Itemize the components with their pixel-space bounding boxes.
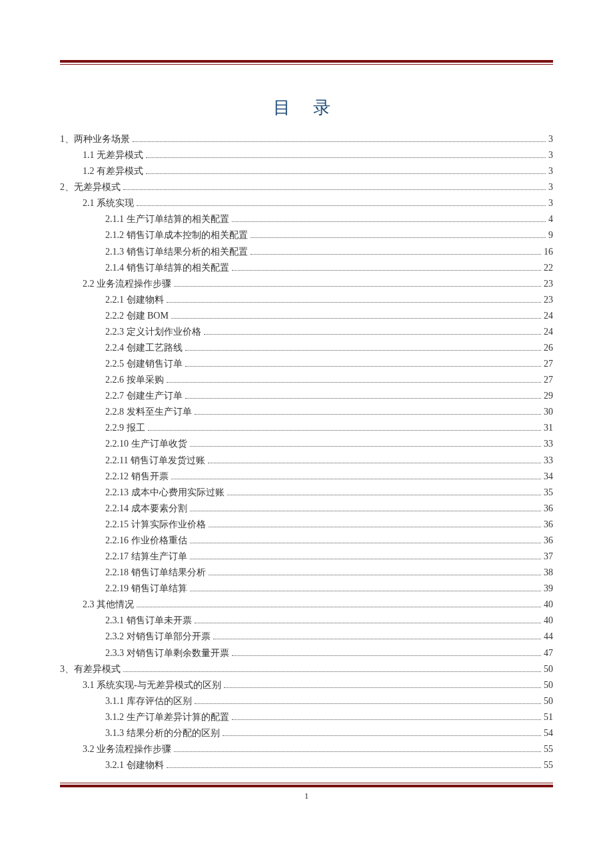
toc-leader-dots	[123, 663, 541, 672]
toc-entry-page: 24	[544, 308, 553, 324]
toc-leader-dots	[251, 245, 542, 255]
toc-entry[interactable]: 2.2.9 报工31	[60, 420, 553, 436]
toc-leader-dots	[213, 631, 542, 640]
toc-entry[interactable]: 2.2.14 成本要素分割36	[60, 501, 553, 517]
toc-entry-page: 47	[544, 645, 553, 661]
toc-entry[interactable]: 2.1.1 生产订单结算的相关配置4	[60, 211, 553, 227]
toc-leader-dots	[223, 727, 542, 736]
toc-entry[interactable]: 2.1.2 销售订单成本控制的相关配置9	[60, 227, 553, 243]
toc-leader-dots	[190, 534, 542, 543]
toc-entry-page: 27	[544, 356, 553, 372]
toc-entry-page: 3	[548, 195, 553, 211]
toc-entry[interactable]: 3.1.1 库存评估的区别50	[60, 693, 553, 709]
toc-entry[interactable]: 2.2.3 定义计划作业价格24	[60, 324, 553, 340]
toc-entry[interactable]: 2.2.13 成本中心费用实际过账35	[60, 485, 553, 501]
toc-entry[interactable]: 2.2 业务流程操作步骤23	[60, 276, 553, 292]
toc-leader-dots	[148, 422, 542, 431]
toc-entry[interactable]: 2.2.19 销售订单结算39	[60, 581, 553, 597]
toc-leader-dots	[224, 679, 541, 688]
toc-entry-page: 35	[544, 485, 553, 501]
toc-leader-dots	[167, 759, 542, 768]
toc-entry-label: 3.2.1 创建物料	[105, 757, 164, 773]
toc-entry-label: 2.2.2 创建 BOM	[105, 308, 169, 324]
toc-leader-dots	[133, 133, 546, 142]
toc-leader-dots	[171, 309, 541, 319]
toc-entry[interactable]: 3.2 业务流程操作步骤55	[60, 741, 553, 757]
toc-entry-label: 2.2.3 定义计划作业价格	[105, 324, 201, 340]
toc-entry-label: 2.1 系统实现	[83, 195, 134, 211]
toc-entry[interactable]: 3、有差异模式50	[60, 661, 553, 677]
toc-entry-label: 1、两种业务场景	[60, 131, 130, 147]
toc-entry-page: 50	[544, 661, 553, 677]
toc-entry[interactable]: 2.2.17 结算生产订单37	[60, 549, 553, 565]
toc-entry-page: 23	[544, 276, 553, 292]
toc-entry-label: 2.2.11 销售订单发货过账	[105, 453, 205, 469]
toc-entry[interactable]: 2.2.1 创建物料23	[60, 292, 553, 308]
toc-entry-label: 3.1.3 结果分析的分配的区别	[105, 725, 220, 741]
toc-entry-label: 2.2 业务流程操作步骤	[83, 276, 171, 292]
toc-leader-dots	[146, 149, 546, 158]
toc-entry[interactable]: 1.2 有差异模式3	[60, 163, 553, 179]
toc-entry-label: 3.1.2 生产订单差异计算的配置	[105, 709, 229, 725]
toc-entry[interactable]: 2.3 其他情况40	[60, 597, 553, 613]
toc-entry-page: 54	[544, 725, 553, 741]
toc-entry-page: 31	[544, 420, 553, 436]
toc-entry[interactable]: 2.2.6 按单采购27	[60, 372, 553, 388]
toc-leader-dots	[185, 358, 542, 367]
toc-leader-dots	[232, 213, 546, 223]
toc-entry[interactable]: 2.2.12 销售开票34	[60, 469, 553, 485]
toc-entry[interactable]: 1.1 无差异模式3	[60, 147, 553, 163]
toc-entry[interactable]: 3.1.2 生产订单差异计算的配置51	[60, 709, 553, 725]
toc-entry[interactable]: 2.3.2 对销售订单部分开票44	[60, 629, 553, 645]
toc-entry[interactable]: 2.2.18 销售订单结果分析38	[60, 565, 553, 581]
toc-entry[interactable]: 2.2.2 创建 BOM24	[60, 308, 553, 324]
toc-leader-dots	[190, 550, 542, 559]
toc-entry[interactable]: 2.3.1 销售订单未开票40	[60, 613, 553, 629]
toc-entry[interactable]: 2.1.4 销售订单结算的相关配置22	[60, 260, 553, 276]
toc-leader-dots	[209, 518, 542, 527]
toc-entry[interactable]: 2.2.15 计算实际作业价格36	[60, 517, 553, 533]
toc-entry-label: 2.3.2 对销售订单部分开票	[105, 629, 211, 645]
toc-entry-page: 3	[548, 179, 553, 195]
toc-entry[interactable]: 2.2.8 发料至生产订单30	[60, 404, 553, 420]
toc-entry-label: 3.2 业务流程操作步骤	[83, 741, 171, 757]
toc-entry[interactable]: 2.2.10 生产订单收货33	[60, 436, 553, 452]
toc-leader-dots	[190, 438, 542, 447]
toc-leader-dots	[190, 583, 542, 592]
toc-entry[interactable]: 2.2.7 创建生产订单29	[60, 388, 553, 404]
toc-entry[interactable]: 3.1 系统实现-与无差异模式的区别50	[60, 677, 553, 693]
toc-leader-dots	[146, 165, 546, 175]
toc-entry[interactable]: 2.3.3 对销售订单剩余数量开票47	[60, 645, 553, 661]
toc-entry-page: 30	[544, 404, 553, 420]
toc-entry-page: 50	[544, 693, 553, 709]
toc-entry-page: 4	[548, 211, 553, 227]
toc-leader-dots	[204, 325, 542, 335]
toc-leader-dots	[185, 341, 542, 351]
toc-entry[interactable]: 2.2.4 创建工艺路线26	[60, 340, 553, 356]
toc-entry-label: 1.2 有差异模式	[83, 163, 143, 179]
toc-entry[interactable]: 2.2.11 销售订单发货过账33	[60, 453, 553, 469]
toc-leader-dots	[232, 647, 542, 656]
toc-entry-label: 2.2.15 计算实际作业价格	[105, 517, 206, 533]
toc-entry[interactable]: 3.2.1 创建物料55	[60, 757, 553, 773]
toc-entry[interactable]: 2.1.3 销售订单结果分析的相关配置16	[60, 244, 553, 260]
toc-entry-page: 33	[544, 436, 553, 452]
toc-entry-page: 44	[544, 629, 553, 645]
toc-entry-label: 2.2.6 按单采购	[105, 372, 164, 388]
toc-entry[interactable]: 2.2.16 作业价格重估36	[60, 533, 553, 549]
toc-entry-label: 2.2.8 发料至生产订单	[105, 404, 192, 420]
toc-entry[interactable]: 1、两种业务场景3	[60, 131, 553, 147]
table-of-contents: 1、两种业务场景31.1 无差异模式31.2 有差异模式32、无差异模式32.1…	[60, 131, 553, 773]
toc-entry[interactable]: 2.2.5 创建销售订单27	[60, 356, 553, 372]
toc-entry-label: 2.2.7 创建生产订单	[105, 388, 183, 404]
toc-entry[interactable]: 2、无差异模式3	[60, 179, 553, 195]
toc-entry[interactable]: 3.1.3 结果分析的分配的区别54	[60, 725, 553, 741]
toc-entry[interactable]: 2.1 系统实现3	[60, 195, 553, 211]
document-page: 目 录 1、两种业务场景31.1 无差异模式31.2 有差异模式32、无差异模式…	[0, 0, 613, 828]
toc-entry-label: 2.1.1 生产订单结算的相关配置	[105, 211, 229, 227]
toc-entry-page: 50	[544, 677, 553, 693]
toc-entry-page: 39	[544, 581, 553, 597]
toc-leader-dots	[232, 711, 542, 720]
toc-entry-label: 1.1 无差异模式	[83, 147, 143, 163]
toc-leader-dots	[195, 695, 542, 704]
